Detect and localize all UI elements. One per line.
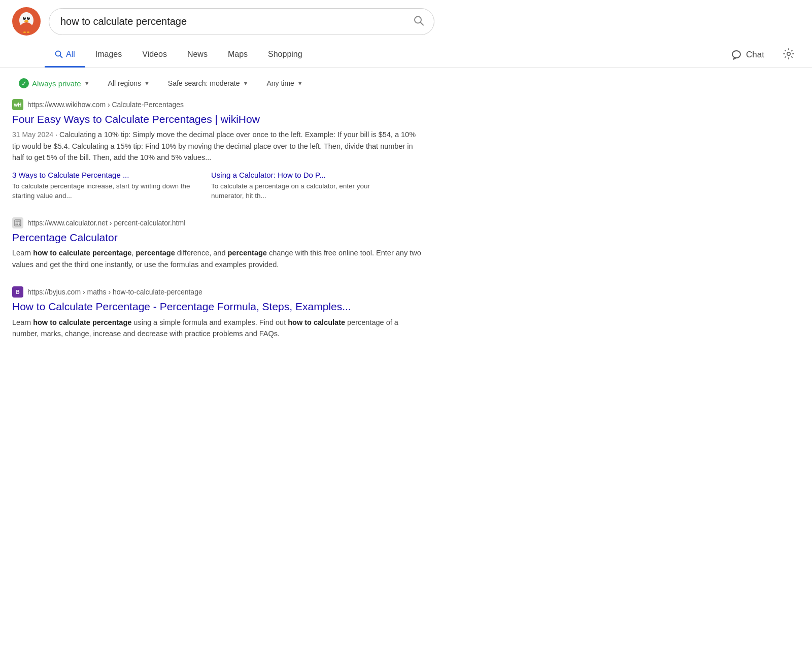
svg-rect-21: [19, 223, 20, 224]
svg-rect-18: [16, 221, 20, 222]
svg-point-4: [27, 17, 30, 20]
sub-link-item: 3 Ways to Calculate Percentage ... To ca…: [12, 171, 195, 201]
svg-point-8: [20, 22, 32, 32]
nav-right: Chat: [724, 43, 800, 67]
result-url-row: wH https://www.wikihow.com › Calculate-P…: [12, 99, 424, 110]
calculator-icon: [14, 219, 21, 226]
result-title[interactable]: Four Easy Ways to Calculate Percentages …: [12, 112, 424, 126]
result-item: B https://byjus.com › maths › how-to-cal…: [12, 286, 424, 339]
sub-link-title[interactable]: Using a Calculator: How to Do P...: [211, 171, 394, 179]
chevron-down-icon: ▼: [243, 80, 249, 86]
result-item: https://www.calculator.net › percent-cal…: [12, 217, 424, 270]
result-snippet: 31 May 2024 · Calculating a 10% tip: Sim…: [12, 129, 424, 163]
result-url: https://www.wikihow.com › Calculate-Perc…: [27, 101, 184, 109]
favicon: B: [12, 286, 23, 298]
favicon: wH: [12, 99, 23, 110]
svg-rect-23: [17, 224, 18, 225]
sub-link-snippet: To calculate a percentage on a calculato…: [211, 182, 370, 200]
tab-news[interactable]: News: [177, 43, 218, 68]
tab-maps[interactable]: Maps: [218, 43, 258, 68]
nav-tabs: All Images Videos News Maps Shopping Cha…: [0, 43, 812, 68]
nav-left: All Images Videos News Maps Shopping: [45, 43, 724, 67]
tab-videos[interactable]: Videos: [132, 43, 177, 68]
sub-link-title[interactable]: 3 Ways to Calculate Percentage ...: [12, 171, 195, 179]
privacy-filter[interactable]: ✓ Always private ▼: [12, 75, 96, 92]
favicon: [12, 217, 23, 228]
filters-bar: ✓ Always private ▼ All regions ▼ Safe se…: [0, 68, 812, 99]
sub-link-snippet: To calculate percentage increase, start …: [12, 182, 190, 200]
safe-search-filter[interactable]: Safe search: moderate ▼: [161, 76, 255, 91]
svg-rect-9: [23, 31, 26, 33]
result-url: https://byjus.com › maths › how-to-calcu…: [27, 288, 202, 296]
tab-all[interactable]: All: [45, 43, 85, 68]
tab-shopping[interactable]: Shopping: [258, 43, 313, 68]
search-bar-wrapper: how to calculate percentage: [49, 8, 434, 35]
svg-rect-10: [27, 31, 29, 33]
settings-button[interactable]: [777, 43, 800, 67]
result-date: 31 May 2024: [12, 130, 53, 139]
svg-point-3: [23, 17, 26, 20]
tab-images[interactable]: Images: [85, 43, 132, 68]
chevron-down-icon: ▼: [297, 80, 303, 86]
result-url-row: B https://byjus.com › maths › how-to-cal…: [12, 286, 424, 298]
header: how to calculate percentage: [0, 0, 812, 43]
svg-line-12: [421, 22, 424, 25]
svg-point-5: [24, 17, 25, 18]
result-snippet: Learn how to calculate percentage using …: [12, 317, 424, 340]
regions-filter[interactable]: All regions ▼: [101, 76, 156, 91]
svg-rect-24: [19, 224, 20, 225]
time-filter[interactable]: Any time ▼: [260, 76, 309, 91]
sub-links: 3 Ways to Calculate Percentage ... To ca…: [12, 171, 424, 201]
result-item: wH https://www.wikihow.com › Calculate-P…: [12, 99, 424, 201]
logo[interactable]: [12, 7, 41, 36]
check-icon: ✓: [19, 78, 29, 88]
gear-icon: [783, 48, 795, 60]
chat-button[interactable]: Chat: [724, 44, 771, 65]
svg-line-14: [60, 56, 62, 58]
result-url-row: https://www.calculator.net › percent-cal…: [12, 217, 424, 228]
results-container: wH https://www.wikihow.com › Calculate-P…: [0, 99, 436, 340]
svg-rect-19: [16, 223, 17, 224]
svg-point-15: [732, 51, 740, 58]
svg-rect-22: [16, 224, 17, 225]
chevron-down-icon: ▼: [144, 80, 150, 86]
svg-point-6: [28, 17, 29, 18]
chevron-down-icon: ▼: [84, 80, 90, 86]
result-title[interactable]: Percentage Calculator: [12, 231, 424, 244]
svg-point-7: [24, 20, 28, 23]
svg-point-16: [787, 52, 790, 55]
result-title[interactable]: How to Calculate Percentage - Percentage…: [12, 300, 424, 313]
search-icon: [55, 50, 63, 58]
search-button[interactable]: [411, 13, 426, 30]
result-url: https://www.calculator.net › percent-cal…: [27, 219, 185, 227]
svg-rect-20: [17, 223, 18, 224]
result-snippet: Learn how to calculate percentage, perce…: [12, 247, 424, 270]
search-input[interactable]: how to calculate percentage: [49, 8, 434, 35]
sub-link-item: Using a Calculator: How to Do P... To ca…: [211, 171, 394, 201]
chat-icon: [731, 49, 742, 60]
